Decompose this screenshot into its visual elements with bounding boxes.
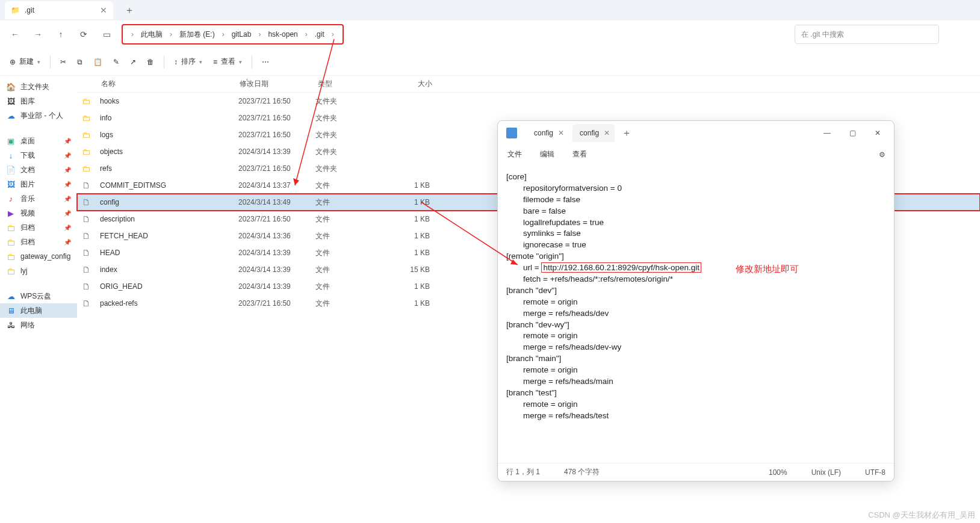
back-button[interactable]: ← <box>5 24 25 45</box>
breadcrumb[interactable]: 此电脑 <box>138 29 165 40</box>
share-button[interactable]: ↗ <box>125 52 141 72</box>
delete-button[interactable]: 🗑 <box>142 52 159 72</box>
sidebar-item-home[interactable]: 🏠主文件夹 <box>0 79 77 94</box>
sidebar-item-archive1[interactable]: 🗀归档📌 <box>0 220 77 235</box>
search-input[interactable]: 在 .git 中搜索 <box>795 25 939 44</box>
editor-content[interactable]: [core] repositoryformatversion = 0 filem… <box>498 164 894 463</box>
paste-button[interactable]: 📋 <box>88 52 107 72</box>
status-eol: Unix (LF) <box>811 468 841 477</box>
file-icon: 🗋 <box>82 214 94 224</box>
sidebar-item-documents[interactable]: 📄文档📌 <box>0 162 77 177</box>
close-icon[interactable]: ✕ <box>604 129 610 137</box>
document-icon: 📄 <box>6 165 16 175</box>
sidebar-item-music[interactable]: ♪音乐📌 <box>0 191 77 206</box>
file-date: 2024/3/14 13:39 <box>238 147 315 156</box>
chevron-right-icon: › <box>128 30 137 39</box>
file-date: 2023/7/21 16:50 <box>238 114 315 122</box>
sidebar-item-dept[interactable]: ☁事业部 - 个人 <box>0 108 77 123</box>
view-button[interactable]: ≡查看▾ <box>208 52 247 72</box>
gallery-icon: 🖼 <box>6 96 16 106</box>
file-type: 文件 <box>315 299 388 309</box>
file-icon: 🗋 <box>82 299 94 308</box>
file-type: 文件夹 <box>315 164 388 174</box>
file-type: 文件夹 <box>315 147 388 157</box>
col-size[interactable]: 大小 <box>390 79 432 89</box>
folder-icon: 🗀 <box>82 147 94 156</box>
editor-titlebar[interactable]: config✕ config✕ ＋ — ▢ ✕ <box>498 121 894 145</box>
col-date[interactable]: 修改日期 <box>240 79 318 89</box>
music-icon: ♪ <box>6 194 16 203</box>
address-bar[interactable]: › 此电脑 › 新加卷 (E:) › gitLab › hsk-open › .… <box>122 24 344 45</box>
rename-button[interactable]: ✎ <box>108 52 124 72</box>
file-name: logs <box>100 131 238 139</box>
forward-button[interactable]: → <box>28 24 48 45</box>
editor-tab-active[interactable]: config✕ <box>572 124 615 142</box>
pin-icon: 📌 <box>64 224 71 231</box>
col-name[interactable]: 名称 <box>101 79 240 89</box>
status-chars: 478 个字符 <box>564 467 600 477</box>
editor-new-tab[interactable]: ＋ <box>618 127 635 140</box>
picture-icon: 🖼 <box>6 179 16 189</box>
folder-icon: 🗀 <box>6 252 16 261</box>
breadcrumb[interactable]: 新加卷 (E:) <box>177 29 217 40</box>
close-icon[interactable]: ✕ <box>100 5 107 15</box>
sidebar-item-lyj[interactable]: 🗀lyj <box>0 264 77 278</box>
pin-icon: 📌 <box>64 167 71 173</box>
cloud-icon: ☁ <box>6 291 16 301</box>
gear-icon[interactable]: ⚙ <box>879 150 885 159</box>
file-type: 文件 <box>315 282 388 292</box>
sort-button[interactable]: ↕排序▾ <box>169 52 207 72</box>
file-name: description <box>100 215 238 223</box>
file-size: 1 KB <box>388 198 430 206</box>
refresh-button[interactable]: ⟳ <box>73 24 94 45</box>
copy-button[interactable]: ⧉ <box>72 52 87 72</box>
sidebar-item-network[interactable]: 🖧网络 <box>0 318 77 332</box>
status-enc: UTF-8 <box>865 468 885 477</box>
menu-edit[interactable]: 编辑 <box>539 148 556 161</box>
sidebar-item-gateway[interactable]: 🗀gateway_config <box>0 249 77 264</box>
breadcrumb[interactable]: gitLab <box>229 30 254 39</box>
network-icon: 🖧 <box>6 320 16 330</box>
file-type: 文件 <box>315 214 388 224</box>
file-date: 2024/3/14 13:39 <box>238 249 315 257</box>
file-type: 文件夹 <box>315 96 388 107</box>
file-name: refs <box>100 164 238 173</box>
file-name: HEAD <box>100 249 238 257</box>
close-button[interactable]: ✕ <box>865 123 890 143</box>
sidebar-item-gallery[interactable]: 🖼图库 <box>0 94 77 108</box>
minimize-button[interactable]: — <box>814 123 840 143</box>
sidebar-item-desktop[interactable]: ▣桌面📌 <box>0 134 77 148</box>
sidebar-item-videos[interactable]: ▶视频📌 <box>0 206 77 220</box>
column-headers[interactable]: ˄ 名称 修改日期 类型 大小 <box>77 76 980 93</box>
new-tab-button[interactable]: ＋ <box>120 4 138 17</box>
more-button[interactable]: ⋯ <box>257 52 274 72</box>
maximize-button[interactable]: ▢ <box>840 123 865 143</box>
breadcrumb[interactable]: .git <box>312 30 327 39</box>
table-row[interactable]: 🗀hooks2023/7/21 16:50文件夹 <box>77 93 980 110</box>
window-tab[interactable]: 📁 .git ✕ <box>5 1 113 19</box>
file-name: config <box>100 198 238 206</box>
breadcrumb[interactable]: hsk-open <box>265 30 300 39</box>
sidebar-item-wps[interactable]: ☁WPS云盘 <box>0 289 77 303</box>
location-icon[interactable]: ▭ <box>96 24 117 45</box>
close-icon[interactable]: ✕ <box>558 129 564 137</box>
file-icon: 🗋 <box>82 265 94 274</box>
video-icon: ▶ <box>6 208 16 218</box>
sidebar-item-thispc[interactable]: 🖥此电脑 <box>0 303 77 318</box>
notepad-window: config✕ config✕ ＋ — ▢ ✕ 文件 编辑 查看 ⚙ [core… <box>497 120 895 481</box>
new-button[interactable]: ⊕新建▾ <box>5 52 45 72</box>
cut-button[interactable]: ✂ <box>55 52 71 72</box>
file-icon: 🗋 <box>82 197 94 207</box>
sidebar-item-archive2[interactable]: 🗀归档📌 <box>0 235 77 249</box>
menu-view[interactable]: 查看 <box>571 148 588 161</box>
up-button[interactable]: ↑ <box>51 24 71 45</box>
sidebar-item-pictures[interactable]: 🖼图片📌 <box>0 177 77 191</box>
clipboard-icon: 📋 <box>93 58 102 66</box>
file-type: 文件 <box>315 231 388 241</box>
col-type[interactable]: 类型 <box>318 79 390 89</box>
sidebar-item-downloads[interactable]: ↓下载📌 <box>0 148 77 162</box>
editor-tab-inactive[interactable]: config✕ <box>527 124 569 142</box>
menu-file[interactable]: 文件 <box>506 148 523 161</box>
chevron-right-icon: › <box>328 30 338 39</box>
folder-icon: 📁 <box>11 6 20 14</box>
